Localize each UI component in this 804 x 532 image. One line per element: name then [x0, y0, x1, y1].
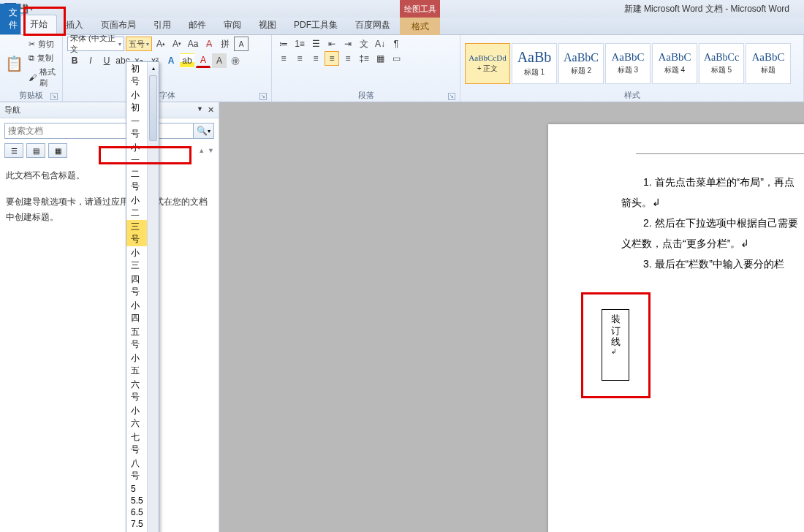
- style-item[interactable]: AaBbC标题: [746, 43, 791, 84]
- char-shading-icon[interactable]: A: [212, 53, 227, 68]
- font-size-option[interactable]: 6.5: [126, 506, 147, 518]
- tab-home[interactable]: 开始: [20, 15, 57, 34]
- font-size-option[interactable]: 八号: [126, 457, 147, 483]
- copy-button[interactable]: ⧉复制: [27, 52, 58, 64]
- nav-prev-icon[interactable]: ▲: [198, 147, 205, 154]
- font-name-combo[interactable]: 宋体 (中文正文▾: [67, 37, 124, 51]
- nav-close-icon[interactable]: ✕: [208, 105, 214, 115]
- italic-icon[interactable]: I: [83, 53, 98, 68]
- highlight-icon[interactable]: ab: [180, 53, 194, 68]
- clear-format-icon[interactable]: A̶: [202, 37, 216, 51]
- line-spacing-icon[interactable]: ‡≡: [357, 51, 371, 66]
- style-item[interactable]: AaBb标题 1: [512, 43, 557, 84]
- char-border-icon[interactable]: A: [234, 37, 249, 51]
- text-effect-icon[interactable]: A: [164, 53, 178, 68]
- scroll-up-icon[interactable]: ▴: [148, 62, 159, 74]
- align-right-icon[interactable]: ≡: [308, 51, 323, 66]
- cut-button[interactable]: ✂剪切: [27, 38, 58, 50]
- borders-icon[interactable]: ▭: [389, 51, 403, 66]
- nav-hint-msg: 要创建导航选项卡，请通过应用标题样式在您的文档中创建标题。: [6, 194, 213, 226]
- style-item[interactable]: AaBbCc标题 5: [699, 43, 744, 84]
- enclose-char-icon[interactable]: ㊝: [228, 53, 243, 68]
- contextual-tab-drawing: 绘图工具: [400, 0, 440, 18]
- style-item[interactable]: AaBbCcDd+ 正文: [465, 43, 510, 84]
- align-center-icon[interactable]: ≡: [292, 51, 307, 66]
- align-dist-icon[interactable]: ≡: [341, 51, 355, 66]
- page: 1. 首先点击菜单栏的“布局”，再点 箭头。↲ 2. 然后在下拉选项中根据自己需…: [548, 124, 804, 532]
- grow-font-icon[interactable]: A▴: [153, 37, 168, 51]
- font-size-option[interactable]: 一号: [126, 115, 147, 141]
- font-size-option[interactable]: 5.5: [126, 495, 147, 506]
- doc-line: 箭头。↲: [621, 192, 804, 213]
- tab-review[interactable]: 审阅: [215, 16, 250, 34]
- nav-view-results[interactable]: ▦: [48, 143, 67, 158]
- style-item[interactable]: AaBbC标题 3: [605, 43, 651, 84]
- dropdown-scrollbar[interactable]: ▴ ▾: [147, 62, 159, 532]
- font-size-option[interactable]: 7.5: [126, 518, 147, 530]
- font-size-option[interactable]: 六号: [126, 378, 147, 404]
- bold-icon[interactable]: B: [67, 53, 82, 68]
- style-item[interactable]: AaBbC标题 4: [652, 43, 697, 84]
- font-size-option[interactable]: 初号: [126, 62, 147, 88]
- font-size-option[interactable]: 七号: [126, 430, 147, 457]
- style-item[interactable]: AaBbC标题 2: [558, 43, 604, 84]
- bullets-icon[interactable]: ≔: [276, 37, 291, 51]
- numbering-icon[interactable]: 1≡: [292, 37, 307, 51]
- font-size-option[interactable]: 二号: [126, 167, 147, 194]
- group-clipboard-label: 剪贴板: [19, 91, 43, 99]
- tab-file[interactable]: 文件: [0, 4, 20, 34]
- tab-mailings[interactable]: 邮件: [180, 16, 215, 34]
- font-size-option[interactable]: 小六: [126, 404, 147, 430]
- underline-icon[interactable]: U: [99, 53, 114, 68]
- font-size-option[interactable]: 五号: [126, 325, 147, 352]
- shrink-font-icon[interactable]: A▾: [170, 37, 184, 51]
- nav-next-icon[interactable]: ▼: [208, 147, 214, 154]
- group-clipboard: 📋 ✂剪切 ⧉复制 🖌格式刷 剪贴板↘: [0, 35, 63, 102]
- nav-view-pages[interactable]: ▤: [26, 143, 45, 158]
- font-dialog-icon[interactable]: ↘: [259, 93, 267, 100]
- nav-view-headings[interactable]: ☰: [4, 143, 23, 158]
- text-dir-icon[interactable]: 文: [357, 37, 371, 51]
- format-painter-button[interactable]: 🖌格式刷: [27, 66, 58, 89]
- tab-view[interactable]: 视图: [250, 16, 285, 34]
- paste-button[interactable]: 📋: [4, 43, 24, 84]
- font-size-option[interactable]: 小五: [126, 352, 147, 378]
- font-size-option[interactable]: 小四: [126, 299, 147, 325]
- font-size-option[interactable]: 小二: [126, 194, 147, 220]
- phonetic-icon[interactable]: 拼: [218, 37, 232, 51]
- tab-pdf[interactable]: PDF工具集: [285, 16, 346, 34]
- tab-format[interactable]: 格式: [400, 18, 440, 35]
- shading-icon[interactable]: ▦: [373, 51, 387, 66]
- indent-dec-icon[interactable]: ⇤: [325, 37, 339, 51]
- font-color-icon[interactable]: A: [196, 53, 211, 68]
- change-case-icon[interactable]: Aa: [186, 37, 200, 51]
- tab-baidu[interactable]: 百度网盘: [346, 16, 399, 34]
- align-left-icon[interactable]: ≡: [276, 51, 291, 66]
- paragraph-dialog-icon[interactable]: ↘: [448, 93, 455, 100]
- show-marks-icon[interactable]: ¶: [389, 37, 403, 51]
- nav-menu-icon[interactable]: ▼: [197, 105, 203, 115]
- font-size-option[interactable]: 三号: [126, 220, 147, 246]
- font-size-combo[interactable]: 五号▾: [126, 37, 152, 51]
- tab-layout[interactable]: 页面布局: [92, 16, 145, 34]
- workspace: 导航 ▼ ✕ 🔍▾ ☰ ▤ ▦ ▲ ▼ 此文档不包含标题。 要创建导航选项卡，请…: [0, 102, 804, 532]
- document-area[interactable]: 1. 首先点击菜单栏的“布局”，再点 箭头。↲ 2. 然后在下拉选项中根据自己需…: [219, 102, 804, 532]
- clipboard-dialog-icon[interactable]: ↘: [50, 93, 58, 100]
- multilevel-icon[interactable]: ☰: [308, 37, 323, 51]
- align-justify-icon[interactable]: ≡: [325, 51, 339, 66]
- search-button[interactable]: 🔍▾: [194, 123, 214, 139]
- font-size-option[interactable]: 小三: [126, 246, 147, 273]
- qat-dropdown-icon[interactable]: ▾: [30, 6, 33, 12]
- font-size-dropdown[interactable]: 初号小初一号小一二号小二三号小三四号小四五号小五六号小六七号八号55.56.57…: [126, 61, 159, 532]
- tab-references[interactable]: 引用: [145, 16, 180, 34]
- font-size-option[interactable]: 小初: [126, 88, 147, 115]
- scroll-thumb[interactable]: [149, 75, 157, 141]
- search-input[interactable]: [4, 123, 194, 139]
- sort-icon[interactable]: A↓: [373, 37, 387, 51]
- font-size-option[interactable]: 5: [126, 483, 147, 495]
- indent-inc-icon[interactable]: ⇥: [341, 37, 355, 51]
- font-size-option[interactable]: 小一: [126, 141, 147, 167]
- font-size-option[interactable]: 四号: [126, 273, 147, 299]
- tab-insert[interactable]: 插入: [57, 16, 92, 34]
- document-content[interactable]: 1. 首先点击菜单栏的“布局”，再点 箭头。↲ 2. 然后在下拉选项中根据自己需…: [643, 172, 804, 274]
